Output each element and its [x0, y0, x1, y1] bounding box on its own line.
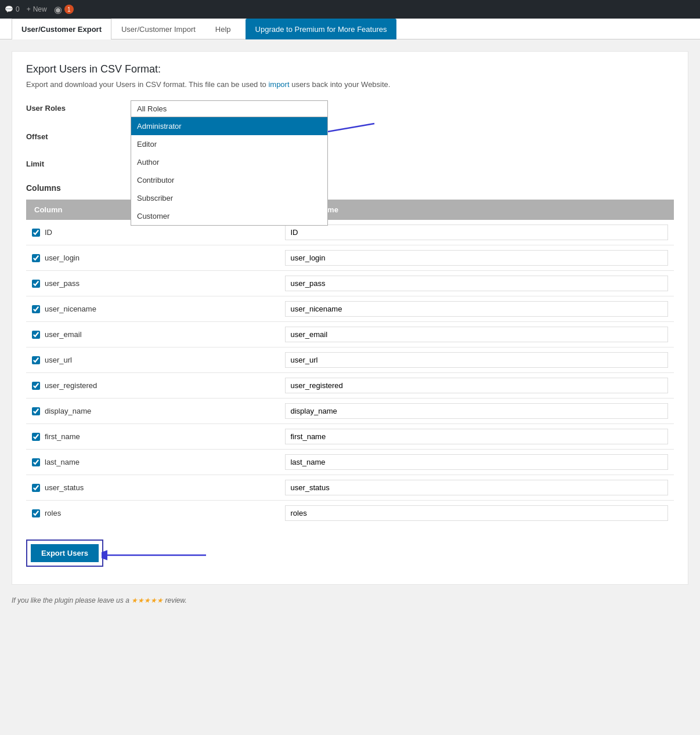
col-label-user_email: user_email	[45, 330, 82, 339]
plugin-badge: 1	[64, 5, 74, 14]
tab-upgrade[interactable]: Upgrade to Premium for More Features	[246, 19, 397, 39]
main-content: Export Users in CSV Format: Export and d…	[12, 51, 688, 585]
export-users-button[interactable]: Export Users	[31, 544, 99, 562]
export-area: Export Users	[26, 540, 103, 567]
limit-label: Limit	[26, 156, 131, 168]
col-name-input-user_url[interactable]	[285, 352, 668, 368]
dropdown-option-customer[interactable]: Customer	[131, 207, 327, 225]
dropdown-option-contributor[interactable]: Contributor	[131, 171, 327, 189]
col-label-last_name: last_name	[45, 458, 80, 466]
col-check-cell: roles	[26, 501, 279, 526]
col-check-cell: user_pass	[26, 271, 279, 296]
plus-icon: +	[27, 5, 31, 13]
col-checkbox-display_name[interactable]	[32, 407, 40, 415]
col-label-user_pass: user_pass	[45, 279, 80, 288]
col-name-input-user_login[interactable]	[285, 250, 668, 266]
table-row: first_name	[26, 424, 674, 450]
user-roles-dropdown[interactable]: All Roles Administrator Editor Author Co…	[131, 100, 328, 117]
table-header: Column Column Name	[26, 200, 674, 220]
star-icon: ★★★★★	[131, 596, 163, 604]
import-link[interactable]: import	[268, 80, 289, 89]
col-name-cell	[279, 296, 674, 322]
col-checkbox-user_pass[interactable]	[32, 280, 40, 288]
col-checkbox-id[interactable]	[32, 229, 40, 237]
col-name-cell	[279, 399, 674, 424]
table-row: user_url	[26, 347, 674, 373]
table-row: user_email	[26, 322, 674, 347]
col-label-user_login: user_login	[45, 254, 80, 262]
col-checkbox-user_registered[interactable]	[32, 382, 40, 390]
col-name-cell	[279, 322, 674, 347]
table-row: last_name	[26, 450, 674, 475]
comment-bubble-icon: 💬	[5, 5, 13, 13]
col-name-input-display_name[interactable]	[285, 403, 668, 419]
offset-row: Offset	[26, 129, 674, 144]
page-description: Export and download your Users in CSV fo…	[26, 80, 674, 89]
table-row: user_status	[26, 475, 674, 501]
col-name-input-user_status[interactable]	[285, 480, 668, 495]
col-label-user_nicename: user_nicename	[45, 305, 96, 313]
table-body: IDuser_loginuser_passuser_nicenameuser_e…	[26, 220, 674, 526]
dropdown-option-subscriber[interactable]: Subscriber	[131, 189, 327, 207]
col-label-user_url: user_url	[45, 356, 72, 364]
footer-text: If you like the plugin please leave us a	[12, 596, 129, 604]
col-name-input-user_registered[interactable]	[285, 378, 668, 393]
user-roles-label: User Roles	[26, 100, 131, 113]
col-check-cell: display_name	[26, 399, 279, 424]
col-label-user_registered: user_registered	[45, 381, 97, 390]
col-check-cell: user_registered	[26, 373, 279, 399]
col-name-input-user_nicename[interactable]	[285, 301, 668, 317]
dropdown-option-editor[interactable]: Editor	[131, 135, 327, 153]
admin-bar-new[interactable]: + New	[27, 5, 47, 13]
col-name-input-last_name[interactable]	[285, 454, 668, 470]
col-checkbox-user_login[interactable]	[32, 254, 40, 262]
table-row: user_nicename	[26, 296, 674, 322]
admin-bar-plugin: ◉ 1	[54, 4, 74, 15]
col-name-cell	[279, 450, 674, 475]
col-name-header: Column Name	[279, 200, 674, 220]
col-label-first_name: first_name	[45, 432, 80, 441]
col-checkbox-first_name[interactable]	[32, 433, 40, 441]
tab-import[interactable]: User/Customer Import	[111, 19, 205, 39]
col-name-input-first_name[interactable]	[285, 429, 668, 444]
col-name-cell	[279, 347, 674, 373]
table-row: user_registered	[26, 373, 674, 399]
table-row: user_pass	[26, 271, 674, 296]
col-checkbox-user_status[interactable]	[32, 484, 40, 492]
dropdown-option-administrator[interactable]: Administrator	[131, 117, 327, 135]
page-title: Export Users in CSV Format:	[26, 63, 674, 75]
table-row: ID	[26, 220, 674, 245]
dropdown-option-author[interactable]: Author	[131, 153, 327, 171]
limit-row: Limit	[26, 156, 674, 172]
col-name-cell	[279, 271, 674, 296]
col-name-cell	[279, 424, 674, 450]
tab-export[interactable]: User/Customer Export	[12, 19, 111, 39]
dropdown-placeholder[interactable]: All Roles	[131, 100, 328, 117]
col-name-input-user_pass[interactable]	[285, 276, 668, 291]
col-name-cell	[279, 475, 674, 501]
col-checkbox-user_url[interactable]	[32, 356, 40, 364]
col-check-cell: first_name	[26, 424, 279, 450]
col-checkbox-roles[interactable]	[32, 509, 40, 517]
columns-table: Column Column Name IDuser_loginuser_pass…	[26, 200, 674, 526]
review-link[interactable]: ★★★★★	[131, 596, 165, 604]
col-checkbox-user_email[interactable]	[32, 331, 40, 339]
dropdown-list: Administrator Editor Author Contributor …	[131, 117, 328, 226]
col-checkbox-user_nicename[interactable]	[32, 305, 40, 313]
user-roles-row: User Roles All Roles Administrator Edito…	[26, 100, 674, 117]
col-check-cell: last_name	[26, 450, 279, 475]
table-row: user_login	[26, 245, 674, 271]
col-name-input-user_email[interactable]	[285, 327, 668, 342]
col-check-cell: user_status	[26, 475, 279, 501]
col-name-input-roles[interactable]	[285, 505, 668, 521]
tabs-bar: User/Customer Export User/Customer Impor…	[0, 19, 700, 39]
tab-help[interactable]: Help	[205, 19, 241, 39]
col-name-input-id[interactable]	[285, 225, 668, 240]
col-name-cell	[279, 501, 674, 526]
col-name-cell	[279, 373, 674, 399]
col-check-cell: user_login	[26, 245, 279, 271]
col-checkbox-last_name[interactable]	[32, 458, 40, 466]
footer-suffix: review.	[165, 596, 187, 604]
col-check-cell: user_nicename	[26, 296, 279, 322]
col-name-cell	[279, 220, 674, 245]
